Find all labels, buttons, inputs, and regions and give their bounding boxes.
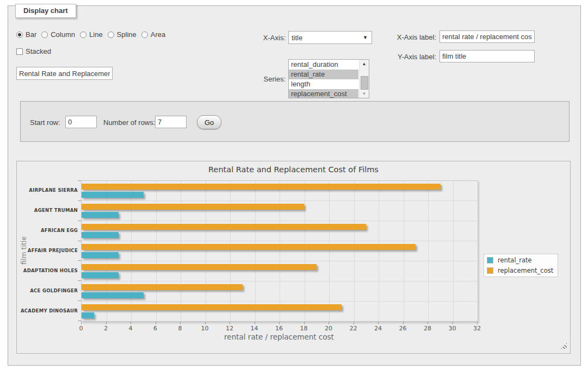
x-tick-label: 12	[222, 325, 237, 332]
series-option-rental_rate[interactable]: rental_rate	[289, 70, 358, 79]
x-tick-mark	[378, 322, 379, 324]
scroll-up-icon[interactable]: ▲	[360, 60, 369, 68]
resize-grip-icon[interactable]	[561, 343, 567, 349]
start-row-input[interactable]	[65, 116, 97, 128]
y-tick-mark	[78, 280, 81, 281]
x-tick-mark	[428, 322, 428, 324]
x-tick-label: 28	[420, 325, 435, 332]
go-button[interactable]: Go	[197, 115, 221, 129]
x-tick-label: 16	[271, 325, 287, 332]
category-row	[82, 302, 478, 321]
x-tick-label: 26	[395, 325, 411, 332]
y-axis-label-input[interactable]	[440, 50, 535, 62]
series-list-label: Series:	[234, 75, 286, 83]
radio-option-area[interactable]: Area	[141, 30, 165, 39]
x-tick-mark	[81, 322, 82, 324]
category-label: AGENT TRUMAN	[26, 200, 78, 221]
series-option-rental_duration[interactable]: rental_duration	[289, 60, 358, 70]
x-tick-label: 30	[445, 325, 460, 332]
x-tick-label: 6	[148, 325, 163, 332]
chart-container: Rental Rate and Replacement Cost of Film…	[16, 161, 571, 354]
x-tick-mark	[329, 322, 329, 324]
x-tick-label: 8	[172, 325, 188, 332]
series-options: rental_durationrental_ratelengthreplacem…	[289, 60, 369, 98]
bar-replacement_cost	[82, 264, 317, 270]
category-label: AIRPLANE SIERRA	[26, 180, 78, 200]
radio-icon[interactable]	[108, 32, 114, 38]
x-tick-mark	[453, 322, 453, 324]
checkbox-icon[interactable]	[16, 48, 23, 55]
bar-rental_rate	[82, 272, 119, 278]
x-axis-label-caption: X-Axis label:	[383, 33, 436, 41]
x-tick-label: 14	[247, 325, 262, 332]
bar-replacement_cost	[82, 284, 243, 290]
bar-replacement_cost	[82, 184, 441, 190]
category-row	[82, 221, 478, 241]
scrollbar-thumb[interactable]	[361, 76, 368, 90]
radio-option-bar[interactable]: Bar	[16, 30, 36, 39]
x-tick-mark	[354, 322, 354, 324]
x-axis-label-input[interactable]	[440, 30, 535, 43]
fieldset-legend: Display chart	[15, 4, 76, 18]
bar-rental_rate	[82, 192, 144, 198]
y-tick-mark	[78, 221, 81, 221]
x-axis-select[interactable]: title ▼	[288, 31, 372, 44]
radio-label: Spline	[117, 30, 137, 39]
chart-legend: rental_ratereplacement_cost	[484, 254, 558, 277]
series-scrollbar[interactable]: ▲ ▼	[359, 60, 369, 98]
category-row	[82, 261, 478, 281]
x-tick-label: 0	[73, 325, 89, 332]
num-rows-label: Number of rows:	[103, 118, 155, 127]
series-option-replacement_cost[interactable]: replacement_cost	[289, 89, 358, 98]
x-tick-label: 18	[296, 325, 312, 332]
x-tick-mark	[304, 322, 305, 324]
dropdown-arrow-icon: ▼	[363, 35, 368, 40]
series-option-length[interactable]: length	[289, 79, 358, 89]
bar-rental_rate	[82, 252, 119, 258]
radio-option-spline[interactable]: Spline	[108, 30, 137, 39]
radio-icon[interactable]	[80, 32, 86, 38]
x-tick-label: 32	[469, 325, 485, 332]
x-axis-title: rental rate / replacement cost	[81, 333, 477, 341]
legend-row-rental_rate: rental_rate	[487, 256, 553, 264]
bar-rows	[82, 181, 478, 321]
chart-title-input[interactable]	[16, 67, 113, 80]
category-row	[82, 201, 478, 221]
plot-area	[81, 180, 478, 322]
y-tick-mark	[78, 241, 81, 241]
series-multiselect[interactable]: rental_durationrental_ratelengthreplacem…	[288, 59, 369, 98]
x-tick-mark	[279, 322, 280, 324]
y-axis-label-caption: Y-Axis label:	[383, 53, 436, 61]
scroll-down-icon[interactable]: ▼	[360, 90, 369, 98]
x-tick-label: 20	[321, 325, 336, 332]
radio-option-column[interactable]: Column	[41, 30, 75, 39]
num-rows-input[interactable]	[155, 116, 187, 128]
category-label: ADAPTATION HOLES	[26, 260, 78, 280]
x-tick-mark	[403, 322, 404, 324]
radio-icon[interactable]	[41, 32, 48, 38]
y-tick-mark	[78, 300, 81, 301]
start-row-label: Start row:	[30, 118, 60, 127]
rows-panel	[20, 101, 570, 142]
radio-label: Bar	[26, 30, 36, 39]
stacked-checkbox[interactable]: Stacked	[16, 47, 51, 55]
x-tick-label: 4	[123, 325, 138, 332]
radio-option-line[interactable]: Line	[80, 30, 103, 39]
x-tick-mark	[477, 322, 478, 324]
category-row	[82, 281, 478, 302]
legend-row-replacement_cost: replacement_cost	[487, 267, 553, 274]
bar-rental_rate	[82, 212, 119, 218]
chart-type-radio-group: BarColumnLineSplineArea	[16, 30, 170, 39]
radio-icon[interactable]	[16, 32, 23, 38]
category-label: AFFAIR PREJUDICE	[26, 241, 78, 261]
legend-swatch	[487, 267, 493, 274]
x-tick-label: 24	[370, 325, 386, 332]
y-tick-mark	[78, 200, 81, 201]
radio-icon[interactable]	[141, 32, 148, 38]
x-tick-mark	[255, 322, 255, 324]
x-tick-mark	[205, 322, 206, 324]
category-label: ACE GOLDFINGER	[26, 280, 78, 300]
x-tick-mark	[180, 322, 181, 324]
y-tick-mark	[78, 321, 81, 321]
bar-rental_rate	[82, 292, 144, 298]
